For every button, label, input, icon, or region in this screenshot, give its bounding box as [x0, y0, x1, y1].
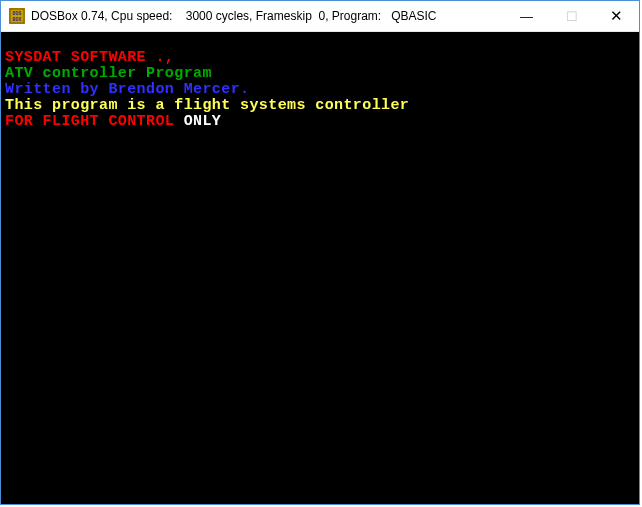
window-title: DOSBox 0.74, Cpu speed: 3000 cycles, Fra…	[31, 9, 437, 23]
svg-text:BOX: BOX	[12, 17, 21, 23]
close-button[interactable]: ✕	[594, 1, 639, 31]
console-line-3: Written by Brendon Mercer.	[5, 81, 249, 98]
console-line-2: ATV controller Program	[5, 65, 212, 82]
console-line-5b: ONLY	[174, 113, 221, 130]
console-area: SYSDAT SOFTWARE ., ATV controller Progra…	[1, 32, 639, 504]
maximize-button[interactable]: ☐	[549, 1, 594, 31]
console-line-4: This program is a flight systems control…	[5, 97, 409, 114]
titlebar[interactable]: DOS BOX DOSBox 0.74, Cpu speed: 3000 cyc…	[1, 1, 639, 32]
minimize-button[interactable]: —	[504, 1, 549, 31]
console-line-1: SYSDAT SOFTWARE .,	[5, 49, 174, 66]
console-line-5a: FOR FLIGHT CONTROL	[5, 113, 174, 130]
app-icon: DOS BOX	[9, 8, 25, 24]
dosbox-window: DOS BOX DOSBox 0.74, Cpu speed: 3000 cyc…	[0, 0, 640, 505]
